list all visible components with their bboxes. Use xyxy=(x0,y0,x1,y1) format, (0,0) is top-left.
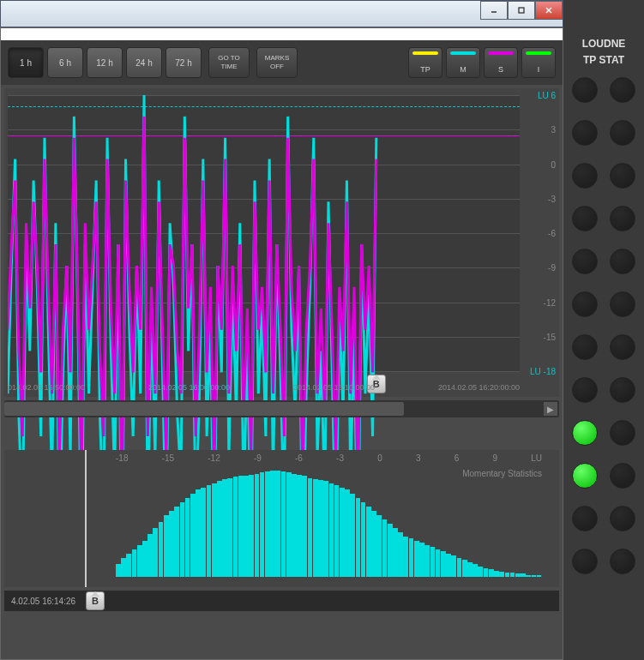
minimize-button[interactable] xyxy=(480,1,508,20)
histo-tick: -18 xyxy=(116,453,128,471)
y-axis: LU 630-3-6-9-12-15LU -18 xyxy=(521,95,559,371)
status-indicator-dot xyxy=(572,463,598,489)
status-indicator-dot xyxy=(572,77,598,103)
time-range-12h[interactable]: 12 h xyxy=(87,47,123,78)
title-strip xyxy=(1,28,563,40)
y-tick: 3 xyxy=(551,125,556,135)
histogram-panel: -18-15-12-9-6-30369LU Momentary Statisti… xyxy=(4,450,559,587)
goto-time-button[interactable]: GO TO TIME xyxy=(208,47,250,78)
time-range-24h[interactable]: 24 h xyxy=(126,47,162,78)
histogram-plot xyxy=(116,471,542,577)
status-indicator-dot xyxy=(610,77,635,103)
chart-plot-area[interactable]: B xyxy=(8,95,520,371)
x-tick: 2014.02.05 16:10:00:00 xyxy=(293,383,375,392)
status-indicator-dot xyxy=(610,291,635,317)
status-indicator-dot xyxy=(572,206,598,231)
histogram-time-cursor[interactable] xyxy=(85,450,87,587)
status-indicator-dot xyxy=(610,249,635,274)
histo-tick: -12 xyxy=(208,453,220,471)
y-tick: LU -18 xyxy=(530,367,556,376)
status-indicator-dot xyxy=(610,463,635,489)
status-indicator-dot xyxy=(610,334,635,360)
status-indicator-dot xyxy=(610,120,635,146)
y-tick: -12 xyxy=(544,297,556,307)
svg-rect-1 xyxy=(519,8,524,13)
scrollbar-right-arrow[interactable]: ▶ xyxy=(544,402,557,416)
side-panel: LOUDNETP STAT xyxy=(563,0,644,660)
channel-s-toggle[interactable]: S xyxy=(484,47,518,78)
x-tick: 2014.02.05 16:20:00:00 xyxy=(438,383,520,392)
histo-tick: -9 xyxy=(254,453,262,471)
status-indicator-dot xyxy=(610,206,635,231)
status-indicator-dot xyxy=(610,506,635,531)
status-indicator-dot xyxy=(572,120,598,146)
histo-tick: 6 xyxy=(454,453,460,471)
histo-tick: -6 xyxy=(295,453,303,471)
time-range-72h[interactable]: 72 h xyxy=(166,47,202,78)
y-tick: LU 6 xyxy=(538,91,556,100)
status-indicator-dot xyxy=(572,420,598,446)
status-indicator-dot xyxy=(572,549,598,574)
current-timestamp: 4.02.05 16:14:26 xyxy=(11,597,75,606)
channel-m-toggle[interactable]: M xyxy=(446,47,480,78)
close-button[interactable] xyxy=(535,1,563,20)
side-panel-title: LOUDNETP STAT xyxy=(563,27,644,77)
window-titlebar xyxy=(0,0,563,27)
y-tick: -9 xyxy=(548,263,556,273)
status-indicator-dot xyxy=(572,163,598,189)
x-tick: 2014.02.05 16:00:00:00 xyxy=(148,383,230,392)
marks-off-button[interactable]: MARKS OFF xyxy=(256,47,298,78)
status-indicator-dot xyxy=(572,249,598,274)
channel-i-toggle[interactable]: I xyxy=(521,47,556,78)
x-tick: 014.02.05 15:50:00:00 xyxy=(8,383,85,392)
status-indicator-dot xyxy=(572,377,598,403)
footer-marker-b[interactable]: B xyxy=(86,591,105,610)
histo-tick: -15 xyxy=(162,453,174,471)
histo-tick: 9 xyxy=(492,453,497,471)
status-indicator-dot xyxy=(610,420,635,446)
y-tick: -15 xyxy=(544,332,556,341)
histo-tick: 3 xyxy=(416,453,421,471)
status-indicator-dot xyxy=(610,163,635,189)
toolbar: 1 h6 h12 h24 h72 h GO TO TIME MARKS OFF … xyxy=(1,40,563,85)
time-range-group: 1 h6 h12 h24 h72 h xyxy=(8,47,202,78)
y-tick: -3 xyxy=(548,194,556,203)
timeline-scrollbar[interactable]: ▶ xyxy=(4,400,559,417)
status-indicator-dot xyxy=(572,334,598,360)
status-indicator-dot xyxy=(572,506,598,531)
status-indicator-dot xyxy=(610,377,635,403)
histogram-x-axis: -18-15-12-9-6-30369LU xyxy=(116,453,542,471)
histo-tick: -3 xyxy=(336,453,344,471)
maximize-button[interactable] xyxy=(508,1,535,20)
time-range-6h[interactable]: 6 h xyxy=(47,47,83,78)
channel-toggle-group: TPMSI xyxy=(408,47,556,78)
loudness-chart: B LU 630-3-6-9-12-15LU -18 014.02.05 15:… xyxy=(4,88,559,397)
footer-bar: 4.02.05 16:14:26 B xyxy=(4,591,559,611)
main-window: 1 h6 h12 h24 h72 h GO TO TIME MARKS OFF … xyxy=(0,27,563,660)
indicator-grid xyxy=(563,77,644,574)
y-tick: 0 xyxy=(551,159,556,169)
status-indicator-dot xyxy=(610,549,635,574)
y-tick: -6 xyxy=(548,229,556,238)
channel-tp-toggle[interactable]: TP xyxy=(408,47,442,78)
x-axis: 014.02.05 15:50:00:002014.02.05 16:00:00… xyxy=(8,383,520,392)
status-indicator-dot xyxy=(572,291,598,317)
histo-tick: 0 xyxy=(377,453,382,471)
scrollbar-thumb[interactable] xyxy=(4,402,404,416)
time-range-1h[interactable]: 1 h xyxy=(8,47,44,78)
